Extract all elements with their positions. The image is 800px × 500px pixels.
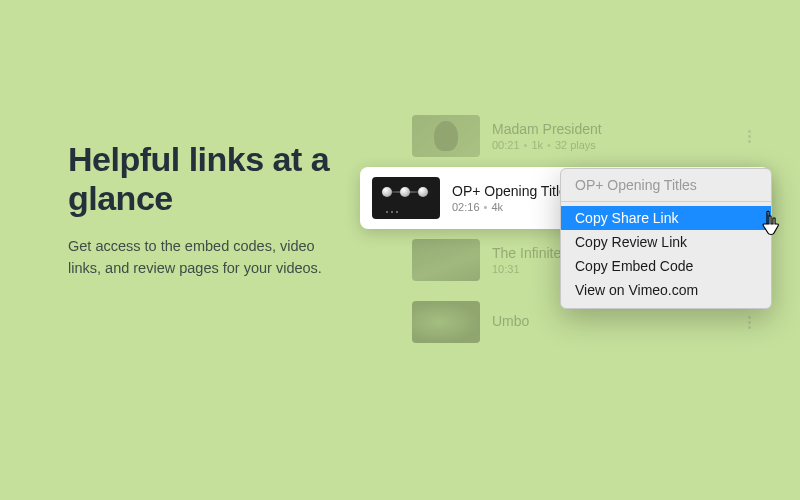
more-options-icon[interactable] xyxy=(740,316,758,329)
video-subtitle: 00:21 • 1k • 32 plays xyxy=(492,139,728,151)
video-meta: Umbo xyxy=(492,313,728,331)
more-options-icon[interactable] xyxy=(740,130,758,143)
pointer-cursor-icon xyxy=(760,210,782,236)
video-thumbnail xyxy=(372,177,440,219)
context-menu-header: OP+ Opening Titles xyxy=(561,169,771,199)
video-title: Umbo xyxy=(492,313,728,329)
menu-separator xyxy=(561,201,771,202)
video-title: Madam President xyxy=(492,121,728,137)
menu-item-copy-share-link[interactable]: Copy Share Link xyxy=(561,206,771,230)
menu-item-view-on-vimeo[interactable]: View on Vimeo.com xyxy=(561,278,771,302)
video-thumbnail xyxy=(412,239,480,281)
hero-description: Get access to the embed codes, video lin… xyxy=(68,236,348,280)
list-item[interactable]: Madam President 00:21 • 1k • 32 plays xyxy=(400,105,770,167)
menu-item-copy-review-link[interactable]: Copy Review Link xyxy=(561,230,771,254)
context-menu: OP+ Opening Titles Copy Share Link Copy … xyxy=(560,168,772,309)
hero-title: Helpful links at a glance xyxy=(68,140,348,218)
video-meta: Madam President 00:21 • 1k • 32 plays xyxy=(492,121,728,151)
menu-item-copy-embed-code[interactable]: Copy Embed Code xyxy=(561,254,771,278)
video-thumbnail xyxy=(412,115,480,157)
video-thumbnail xyxy=(412,301,480,343)
hero-text-block: Helpful links at a glance Get access to … xyxy=(68,140,348,280)
